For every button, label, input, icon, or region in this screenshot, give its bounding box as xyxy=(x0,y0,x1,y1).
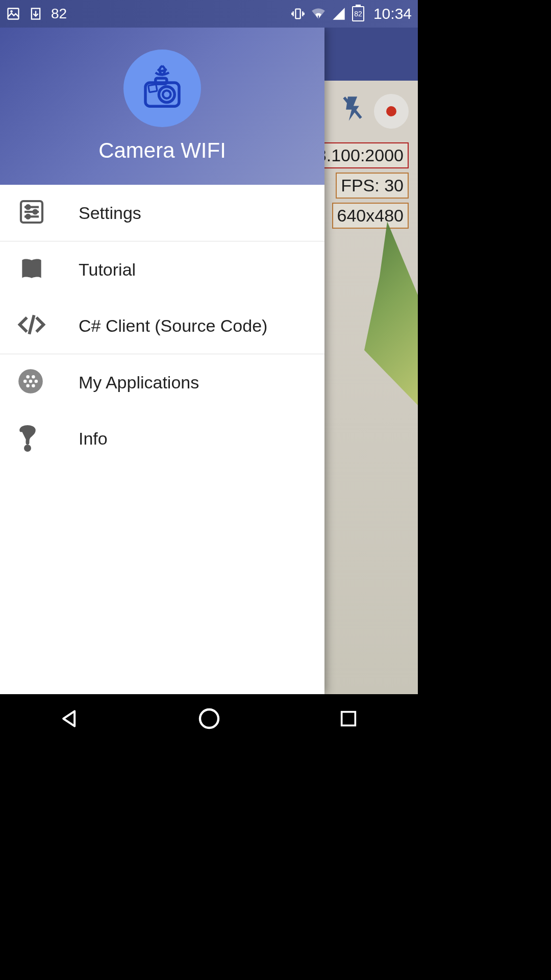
menu-item-tutorial[interactable]: Tutorial xyxy=(0,241,324,298)
menu-label: My Applications xyxy=(79,373,199,393)
record-button[interactable] xyxy=(374,94,409,129)
menu-list: Settings Tutorial C# Client (Source Code… xyxy=(0,185,324,467)
camera-overlay-badges: 3.100:2000 FPS: 30 640x480 xyxy=(312,142,409,229)
svg-point-18 xyxy=(27,215,30,218)
menu-label: C# Client (Source Code) xyxy=(79,316,267,336)
status-bar: 82 82 10:34 xyxy=(0,0,418,28)
svg-point-25 xyxy=(26,384,30,387)
drawer-header: Camera WIFI xyxy=(0,28,324,185)
camera-toolbar xyxy=(341,94,418,129)
back-button[interactable] xyxy=(55,703,85,734)
status-left-group: 82 xyxy=(6,6,67,22)
signal-icon xyxy=(332,7,346,21)
svg-point-5 xyxy=(318,18,319,19)
svg-rect-3 xyxy=(295,9,300,19)
ip-badge: 3.100:2000 xyxy=(312,142,409,168)
question-icon xyxy=(17,423,38,454)
svg-point-26 xyxy=(32,384,35,387)
status-right-group: 82 10:34 xyxy=(291,5,412,22)
svg-rect-0 xyxy=(8,9,19,19)
menu-label: Info xyxy=(79,429,108,449)
menu-item-myapps[interactable]: My Applications xyxy=(0,354,324,410)
battery-icon: 82 xyxy=(352,6,364,21)
svg-point-9 xyxy=(159,87,174,103)
code-icon xyxy=(17,310,46,341)
menu-item-csharp[interactable]: C# Client (Source Code) xyxy=(0,298,324,354)
download-icon xyxy=(29,7,43,21)
svg-point-1 xyxy=(11,11,12,12)
svg-rect-4 xyxy=(318,16,319,19)
book-icon xyxy=(17,254,46,285)
menu-label: Tutorial xyxy=(79,260,136,280)
svg-rect-29 xyxy=(341,712,355,726)
sliders-icon xyxy=(17,198,46,228)
vibrate-icon xyxy=(291,7,305,21)
app-logo xyxy=(123,50,201,127)
status-number: 82 xyxy=(51,6,67,22)
svg-point-24 xyxy=(32,375,35,379)
svg-point-14 xyxy=(27,205,30,209)
record-dot-icon xyxy=(386,106,396,116)
svg-rect-8 xyxy=(156,78,167,84)
svg-point-20 xyxy=(23,380,27,383)
svg-point-21 xyxy=(29,380,33,383)
fps-badge: FPS: 30 xyxy=(336,173,409,199)
flash-off-icon[interactable] xyxy=(341,94,364,128)
system-nav-bar xyxy=(0,694,418,743)
app-title: Camera WIFI xyxy=(98,138,226,163)
recent-apps-button[interactable] xyxy=(333,703,364,734)
image-icon xyxy=(6,7,20,21)
navigation-drawer: Camera WIFI Settings Tutorial xyxy=(0,28,324,694)
apps-icon xyxy=(17,368,44,397)
menu-label: Settings xyxy=(79,203,141,223)
plant-leaf-image xyxy=(341,222,418,405)
svg-point-28 xyxy=(200,709,218,728)
svg-point-10 xyxy=(163,90,170,98)
svg-point-16 xyxy=(34,210,37,214)
resolution-badge: 640x480 xyxy=(332,203,409,229)
clock-time: 10:34 xyxy=(373,5,412,22)
svg-point-27 xyxy=(26,446,30,451)
home-button[interactable] xyxy=(194,703,224,734)
svg-rect-11 xyxy=(148,84,157,92)
svg-point-23 xyxy=(26,375,30,379)
svg-point-22 xyxy=(35,380,38,383)
menu-item-info[interactable]: Info xyxy=(0,410,324,467)
wifi-icon xyxy=(311,7,325,21)
menu-item-settings[interactable]: Settings xyxy=(0,185,324,241)
